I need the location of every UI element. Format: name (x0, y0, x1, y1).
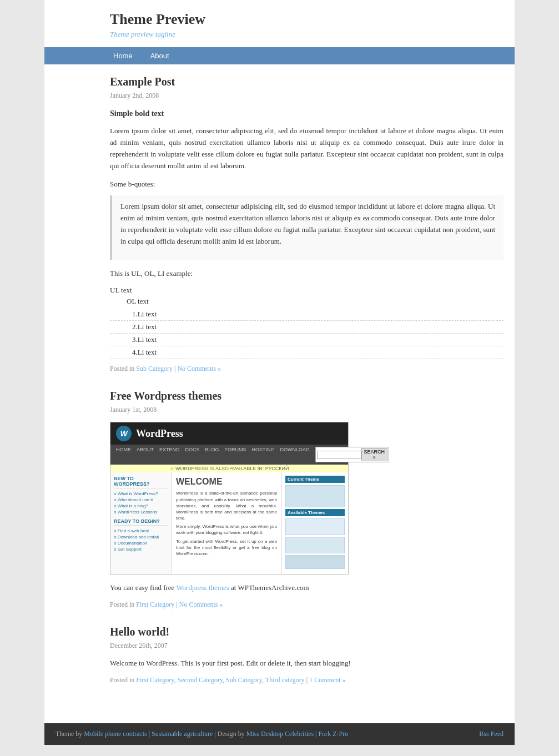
nav-list: Home About (44, 47, 515, 64)
footer-comments-link-1[interactable]: No Comments » (177, 365, 221, 372)
ol-text: OL text (127, 297, 503, 306)
site-header: Theme Preview Theme preview tagline (44, 0, 515, 47)
post-hello-world: Hello world! December 26th, 2007 Welcome… (110, 626, 503, 684)
wp-nav-spacer: SEARCH » (313, 446, 392, 463)
footer-left: Theme by Mobile phone contracts | Sustai… (56, 730, 348, 738)
footer-category-link-2[interactable]: First Category (136, 601, 174, 608)
wp-sidebar-ready-list: o Find a web host o Download and Install… (114, 528, 168, 552)
nav-item-home[interactable]: Home (105, 47, 140, 64)
wp-body: NEW TO WORDPRESS? o What is WordPress? o… (110, 472, 348, 574)
main-content: Example Post January 2nd, 2008 Simple bo… (44, 64, 515, 712)
wp-main-content: WELCOME WordPress is a state-of-the-art … (172, 472, 281, 574)
text-after-link: at WPThemesArchive.com (231, 583, 309, 592)
post-title-example: Example Post (110, 75, 503, 88)
post-footer-hello: Posted in First Category, Second Categor… (110, 676, 503, 684)
wp-sidebar-link: o Who should use it (114, 497, 168, 503)
wp-sidebar-new-title: NEW TO WORDPRESS? (114, 476, 168, 488)
footer-cat-sub[interactable]: Sub Category (226, 676, 262, 684)
post-date-example: January 2nd, 2008 (110, 92, 503, 100)
list-num-2: 2. (110, 322, 138, 331)
list-num-1: 1. (110, 310, 138, 319)
post-paragraph-hello: Welcome to WordPress. This is your first… (110, 658, 503, 669)
wp-logo-icon: W (116, 426, 132, 441)
list-container: UL text OL text 1. Li text 2. Li text 3.… (110, 286, 503, 359)
list-item: 3. Li text (110, 334, 503, 346)
list-text-4: Li text (138, 348, 503, 357)
bquotes-label: Some b-quotes: (110, 179, 503, 190)
wp-current-theme-title: Current Theme (285, 476, 345, 483)
wp-theme-box-2 (285, 537, 345, 553)
wp-nav-bar: HOME ABOUT EXTEND DOCS BLOG FORUMS HOSTI… (110, 445, 348, 465)
list-text-2: Li text (138, 322, 503, 331)
wp-theme-box-1 (285, 518, 345, 535)
footer-link-fork[interactable]: Fork Z-Pro (318, 730, 348, 738)
footer-cat-first[interactable]: First Category (136, 676, 174, 684)
wp-welcome-title: WELCOME (176, 477, 277, 487)
wp-nav-docs: DOCS (183, 446, 202, 463)
footer-comments-link-3[interactable]: 1 Comment » (309, 676, 345, 684)
post-text-wp-themes: You can easy find free Wordpress themes … (110, 582, 503, 594)
rss-feed-link[interactable]: Rss Feed (479, 730, 503, 738)
wp-sidebar-link: o What is WordPress? (114, 491, 168, 497)
list-item: 4. Li text (110, 346, 503, 359)
post-footer-wp-themes: Posted in First Category | No Comments » (110, 601, 503, 609)
wordpress-themes-link[interactable]: Wordpress themes (176, 583, 229, 592)
list-text-1: Li text (138, 310, 503, 319)
footer-cat-third[interactable]: Third category (265, 676, 305, 684)
post-date-hello: December 26th, 2007 (110, 642, 503, 650)
wp-nav-forums: FORUMS (223, 446, 249, 463)
footer-prefix-3: Posted in (110, 676, 134, 684)
wp-sidebar-link: o WordPress Lessons (114, 509, 168, 515)
footer-design-by: | Design by (214, 730, 244, 738)
wp-notice: ☆ WORDPRESS IS ALSO AVAILABLE IN: РУССКИ… (110, 465, 348, 472)
wp-search-input[interactable] (317, 451, 361, 458)
wp-sidebar-link: o Find a web host (114, 528, 168, 534)
wp-search-button[interactable]: SEARCH » (361, 448, 388, 461)
wp-sidebar-link: o Documentation (114, 540, 168, 546)
footer-theme-by: Theme by (56, 730, 82, 738)
nav-link-home[interactable]: Home (105, 47, 140, 64)
post-paragraph-example: Lorem ipsum dolor sit amet, consectetur … (110, 125, 503, 172)
wp-sidebar-link: o Get Support (114, 546, 168, 552)
wp-welcome-p1: WordPress is a state-of-the-art semantic… (176, 490, 277, 521)
wp-sidebar-link: o Download and Install (114, 534, 168, 540)
post-title-hello: Hello world! (110, 626, 503, 638)
list-item: 1. Li text (110, 308, 503, 321)
footer-prefix-1: Posted in (110, 365, 134, 372)
site-footer: Theme by Mobile phone contracts | Sustai… (44, 723, 515, 745)
footer-cat-second[interactable]: Second Category (178, 676, 223, 684)
wp-logo-text: WordPress (136, 428, 183, 440)
post-example: Example Post January 2nd, 2008 Simple bo… (110, 75, 503, 373)
wordpress-screenshot: W WordPress HOME ABOUT EXTEND DOCS BLOG … (110, 422, 349, 574)
footer-link-agriculture[interactable]: Sustainable agriculture (152, 730, 213, 738)
list-item: 2. Li text (110, 321, 503, 334)
list-text-3: Li text (138, 335, 503, 344)
post-title-wp-themes: Free Wordpress themes (110, 390, 503, 402)
wp-nav-home: HOME (114, 446, 133, 463)
footer-category-link-1[interactable]: Sub Category (136, 365, 173, 372)
wp-available-title: Available Themes (285, 509, 345, 516)
nav-link-about[interactable]: About (143, 47, 177, 64)
blockquote-text: Lorem ipsum dolor sit amet, consectetur … (120, 201, 495, 247)
wp-nav-download: DOWNLOAD (278, 446, 312, 463)
site-tagline: Theme preview tagline (110, 30, 503, 39)
wp-theme-box-current (285, 485, 345, 507)
wp-sidebar-new-list: o What is WordPress? o Who should use it… (114, 491, 168, 515)
footer-link-celebrities[interactable]: Miss Desktop Celebrities (246, 730, 314, 738)
wp-welcome-p2: More simply, WordPress is what you use w… (176, 523, 277, 536)
ul-ol-label: This is UL, OL, LI example: (110, 268, 503, 280)
wp-header: W WordPress (110, 422, 348, 445)
post-image: W WordPress HOME ABOUT EXTEND DOCS BLOG … (110, 422, 503, 574)
wp-welcome-p3: To get started with WordPress, set it up… (176, 538, 277, 557)
wp-search-box: SEARCH » (315, 447, 390, 462)
wp-sidebar: NEW TO WORDPRESS? o What is WordPress? o… (110, 472, 172, 574)
post-date-wp-themes: January 1st, 2008 (110, 406, 503, 414)
text-before-link: You can easy find free (110, 583, 174, 592)
nav-item-about[interactable]: About (143, 47, 177, 64)
wp-nav-about: ABOUT (134, 446, 156, 463)
footer-link-mobile[interactable]: Mobile phone contracts (84, 730, 147, 738)
footer-comments-link-2[interactable]: No Comments » (179, 601, 223, 608)
post-blockquote: Lorem ipsum dolor sit amet, consectetur … (110, 195, 503, 259)
wp-theme-box-3 (285, 555, 345, 569)
list-num-3: 3. (110, 335, 138, 344)
